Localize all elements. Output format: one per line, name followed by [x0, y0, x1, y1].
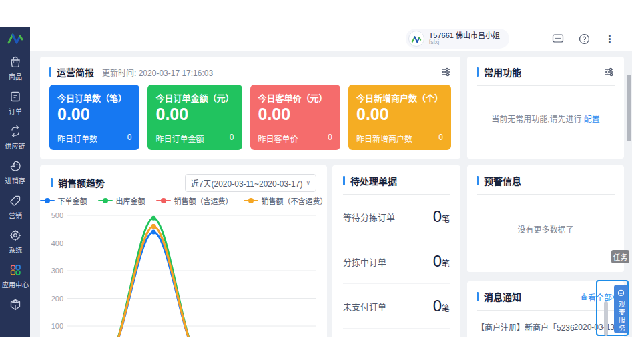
sidebar-item-label: 商品 — [8, 71, 21, 81]
service-button-label: 观麦服务 — [618, 301, 625, 333]
legend-item[interactable]: 销售额（含运费） — [156, 196, 233, 205]
stat-cards: 今日订单数（笔） 0.00 昨日订单数0 今日订单金额（元） 0.00 — [49, 85, 451, 150]
messages-header: 消息通知 查看全部› — [477, 290, 615, 311]
title-accent-bar — [51, 178, 53, 187]
pending-panel: 待处理单据 等待分拣订单 0笔 分拣中订单 0笔 未支付订单 — [332, 165, 460, 337]
chart-legend: 下单金额 出库金额 销售额（含运费） — [51, 196, 316, 205]
service-button[interactable]: 观麦服务 — [614, 285, 628, 333]
dashboard-content: 运营简报 更新时间: 2020-03-17 17:16:03 — [30, 51, 632, 337]
svg-text:400: 400 — [51, 239, 63, 247]
user-menu[interactable]: T57661 佛山市吕小姐 fslxj — [406, 29, 509, 49]
svg-text:100: 100 — [51, 322, 63, 330]
gear-icon — [9, 229, 22, 242]
bag-icon — [9, 55, 22, 69]
sidebar-item-supply-chain[interactable]: 供应链 — [0, 120, 30, 155]
second-row: 销售额趋势 近7天(2020-03-11~2020-03-17) ∨ 下单金额 — [40, 165, 460, 337]
task-tab[interactable]: 任务 — [611, 250, 629, 263]
main-area: T57661 佛山市吕小姐 fslxj — [30, 27, 632, 337]
title-accent-bar — [343, 176, 345, 185]
sidebar-item-label: 应用中心 — [1, 279, 28, 289]
svg-text:300: 300 — [51, 267, 63, 275]
alerts-title: 预警信息 — [484, 174, 521, 187]
stat-card-orders-count[interactable]: 今日订单数（笔） 0.00 昨日订单数0 — [49, 85, 139, 150]
sales-trend-title: 销售额趋势 — [58, 176, 105, 189]
sidebar-item-label: 进销存 — [5, 175, 25, 185]
briefing-panel: 运营简报 更新时间: 2020-03-17 17:16:03 — [40, 57, 460, 159]
sales-trend-panel: 销售额趋势 近7天(2020-03-11~2020-03-17) ∨ 下单金额 — [40, 165, 327, 337]
common-functions-panel: 常用功能 — [467, 57, 624, 159]
app-center-icon — [9, 263, 22, 277]
sidebar: 商品 订单 — [0, 27, 30, 337]
message-item[interactable]: 【商户注册】新商户「523607」... 2020-03-13 — [477, 321, 615, 333]
user-account: fslxj — [429, 39, 500, 46]
chevron-down-icon: ∨ — [306, 179, 310, 186]
page-scrollbar[interactable] — [627, 75, 631, 141]
inner-scrollbar[interactable] — [604, 301, 608, 336]
alerts-panel: 预警信息 没有更多数据了 — [467, 165, 624, 272]
sidebar-item-goods[interactable]: 商品 — [0, 51, 30, 85]
sidebar-item-label: 订单 — [8, 106, 21, 116]
briefing-title: 运营简报 — [57, 65, 94, 79]
sidebar-item-marketing[interactable]: 营销 — [0, 189, 30, 224]
pending-row-sorting[interactable]: 分拣中订单 0笔 — [343, 239, 450, 284]
sidebar-item-inventory[interactable]: 进销存 — [0, 155, 30, 189]
topbar: T57661 佛山市吕小姐 fslxj — [30, 27, 632, 51]
common-functions-header: 常用功能 — [477, 65, 615, 86]
box-icon — [9, 298, 22, 311]
legend-item[interactable]: 出库金额 — [98, 196, 145, 205]
title-accent-bar — [477, 176, 479, 185]
pending-title: 待处理单据 — [350, 174, 397, 187]
alerts-header: 预警信息 — [477, 174, 615, 195]
app-window: 商品 订单 — [0, 27, 632, 337]
avatar — [408, 31, 424, 47]
title-accent-bar — [49, 67, 51, 77]
date-range-select[interactable]: 近7天(2020-03-11~2020-03-17) ∨ — [185, 174, 316, 192]
left-column: 运营简报 更新时间: 2020-03-17 17:16:03 — [40, 57, 460, 337]
more-icon[interactable]: ⋮ — [605, 34, 615, 44]
messages-title: 消息通知 — [484, 290, 521, 303]
legend-item[interactable]: 销售额（不含运费） — [244, 196, 328, 205]
sidebar-item-label: 供应链 — [5, 141, 25, 151]
sidebar-item-label: 系统 — [8, 245, 21, 255]
legend-item[interactable]: 下单金额 — [40, 196, 87, 205]
brand-logo-icon — [0, 27, 30, 49]
user-info: T57661 佛山市吕小姐 fslxj — [429, 31, 500, 46]
message-icon[interactable] — [552, 33, 564, 44]
svg-text:200: 200 — [51, 295, 63, 303]
sliders-icon[interactable] — [440, 67, 451, 77]
sliders-icon[interactable] — [604, 67, 615, 77]
pending-row-unpaid[interactable]: 未支付订单 0笔 — [343, 284, 450, 329]
marketing-icon — [9, 194, 22, 207]
sales-trend-header: 销售额趋势 近7天(2020-03-11~2020-03-17) ∨ — [51, 175, 316, 191]
user-name: T57661 佛山市吕小姐 — [429, 31, 500, 39]
sidebar-item-label: 营销 — [8, 210, 21, 220]
order-icon — [9, 90, 22, 103]
pending-header: 待处理单据 — [343, 174, 450, 195]
svg-text:500: 500 — [51, 211, 63, 219]
briefing-header: 运营简报 更新时间: 2020-03-17 17:16:03 — [49, 65, 451, 79]
supply-chain-icon — [9, 125, 22, 138]
sidebar-item-system[interactable]: 系统 — [0, 224, 30, 259]
common-functions-title: 常用功能 — [484, 65, 521, 79]
sidebar-item-bottom[interactable] — [0, 293, 30, 315]
sidebar-item-orders[interactable]: 订单 — [0, 85, 30, 120]
alerts-empty: 没有更多数据了 — [477, 195, 615, 263]
sidebar-item-app-center[interactable]: 应用中心 — [0, 259, 30, 293]
stat-card-new-merchants[interactable]: 今日新增商户数（个） 0.00 昨日新增商户数0 — [348, 85, 451, 150]
common-functions-empty: 当前无常用功能,请先进行 配置 — [477, 86, 615, 150]
configure-link[interactable]: 配置 — [584, 113, 600, 124]
screenshot-stage: 商品 订单 — [0, 0, 632, 364]
inventory-icon — [9, 159, 22, 173]
pending-row-waiting-sort[interactable]: 等待分拣订单 0笔 — [343, 195, 450, 239]
title-accent-bar — [477, 292, 479, 301]
help-icon[interactable] — [579, 33, 590, 45]
chat-bubble-icon — [617, 287, 625, 299]
sales-trend-chart: 100200300400500 — [51, 208, 316, 337]
briefing-update-time: 更新时间: 2020-03-17 17:16:03 — [102, 67, 213, 78]
stat-card-avg-price[interactable]: 今日客单价（元） 0.00 昨日客单价0 — [250, 85, 340, 150]
title-accent-bar — [477, 67, 479, 77]
stat-card-orders-amount[interactable]: 今日订单金额（元） 0.00 昨日订单金额0 — [147, 85, 242, 150]
